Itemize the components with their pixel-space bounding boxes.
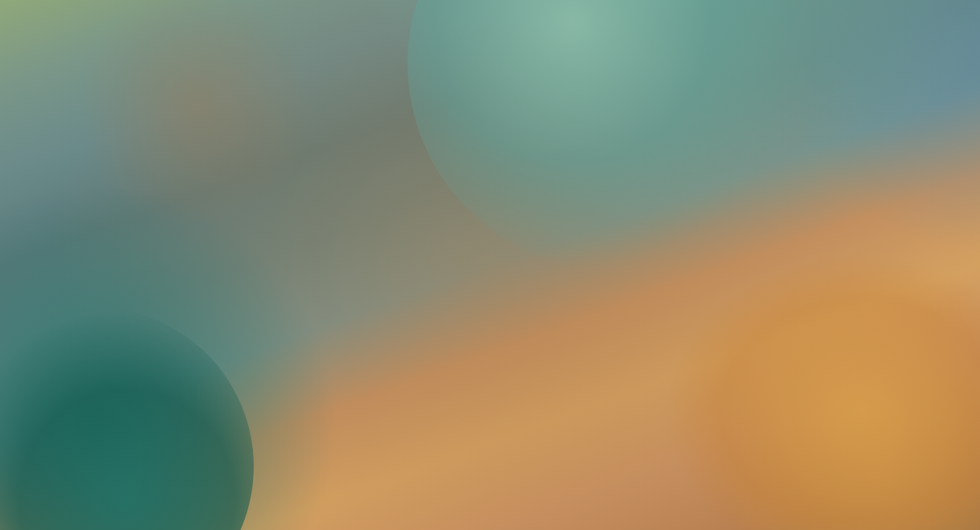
background [0, 0, 980, 530]
